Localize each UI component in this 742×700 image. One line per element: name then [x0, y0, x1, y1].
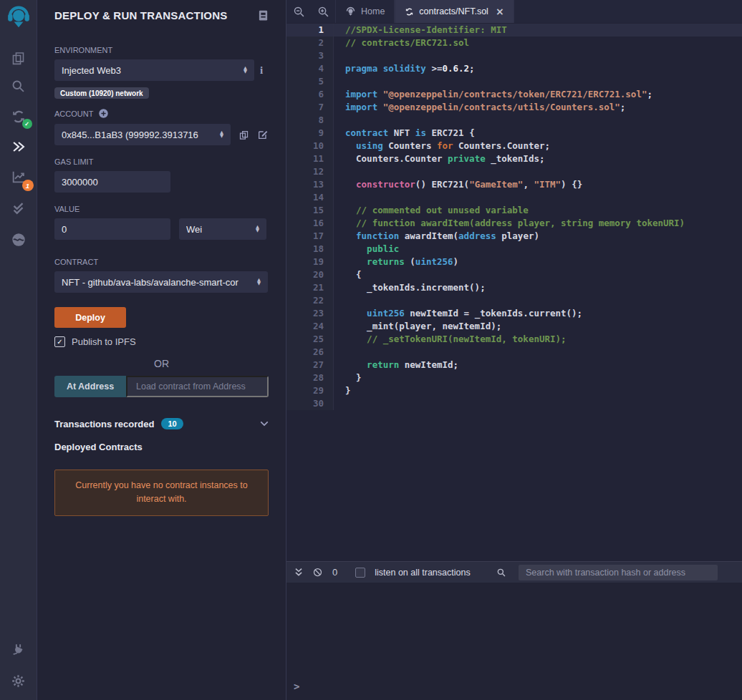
or-divider: OR — [54, 358, 269, 369]
gas-limit-label: GAS LIMIT — [54, 157, 269, 166]
code-line: 1//SPDX-License-Identifier: MIT — [286, 24, 742, 37]
network-badge: Custom (10920) network — [54, 87, 149, 99]
compiler-success-badge: ✓ — [22, 119, 32, 129]
terminal-prompt: > — [294, 681, 299, 692]
code-line: 13 constructor() ERC721("GameItem", "ITM… — [286, 178, 742, 191]
solidity-file-icon — [405, 7, 414, 16]
terminal-search-icon — [496, 568, 506, 578]
listen-transactions-label: listen on all transactions — [375, 568, 470, 578]
transactions-recorded-label: Transactions recorded — [54, 419, 154, 429]
value-unit-select[interactable]: Wei ▲▼ — [179, 218, 266, 240]
zoom-in-icon[interactable] — [311, 0, 335, 23]
environment-label: ENVIRONMENT — [54, 46, 269, 54]
code-line: 17 function awardItem(address player) — [286, 230, 742, 243]
remix-logo-icon — [6, 4, 32, 30]
code-line: 10 using Counters for Counters.Counter; — [286, 140, 742, 152]
gas-limit-input[interactable] — [54, 171, 170, 193]
code-line: 29} — [286, 384, 742, 397]
tab-home[interactable]: Home — [335, 0, 395, 23]
environment-select[interactable]: Injected Web3 ▲▼ — [54, 59, 254, 81]
deploy-button[interactable]: Deploy — [54, 307, 126, 328]
publish-ipfs-label: Publish to IPFS — [72, 336, 136, 347]
code-line: 2// contracts/ERC721.sol — [286, 37, 742, 49]
home-remix-icon — [345, 6, 356, 17]
no-instances-alert: Currently you have no contract instances… — [54, 470, 269, 516]
settings-gear-icon[interactable] — [9, 671, 28, 690]
code-line: 16 // function awardItem(address player,… — [286, 217, 742, 230]
contract-value: NFT - github/ava-labs/avalanche-smart-co… — [62, 277, 257, 288]
code-line: 12 — [286, 165, 742, 178]
icon-sidebar: ✓ 1 — [0, 0, 37, 700]
code-line: 8 — [286, 114, 742, 127]
contract-select[interactable]: NFT - github/ava-labs/avalanche-smart-co… — [54, 271, 268, 293]
zoom-out-icon[interactable] — [286, 0, 311, 23]
code-line: 27 return newItemId; — [286, 359, 742, 371]
analytics-icon[interactable]: 1 — [9, 167, 28, 186]
terminal-output[interactable]: > — [286, 583, 742, 700]
code-line: 4pragma solidity >=0.6.2; — [286, 62, 742, 75]
environment-info-icon[interactable]: i — [260, 64, 263, 77]
contract-label: CONTRACT — [54, 258, 269, 266]
plugin-manager-icon[interactable] — [9, 641, 28, 659]
code-line: 30 — [286, 397, 742, 410]
code-line: 7import "@openzeppelin/contracts/utils/C… — [286, 101, 742, 114]
code-line: 21 _tokenIds.increment(); — [286, 281, 742, 294]
tab-label: Home — [361, 6, 385, 16]
file-explorer-icon[interactable] — [9, 49, 28, 67]
code-line: 28 } — [286, 371, 742, 384]
copy-account-icon[interactable] — [238, 130, 249, 140]
terminal-toolbar: 0 listen on all transactions — [286, 561, 742, 583]
environment-value: Injected Web3 — [62, 65, 239, 76]
code-line: 18 public — [286, 243, 742, 256]
code-line: 14 — [286, 191, 742, 204]
deploy-and-run-icon[interactable] — [9, 137, 28, 156]
panel-title: DEPLOY & RUN TRANSACTIONS — [54, 9, 227, 21]
terminal-search-input[interactable] — [519, 565, 718, 580]
remix-ide-window: ✓ 1 — [0, 0, 742, 700]
editor-tabbar: Home contracts/NFT.sol × — [286, 0, 742, 23]
chevron-down-icon[interactable] — [260, 421, 269, 427]
static-analysis-icon[interactable] — [9, 199, 28, 218]
code-line: 20 { — [286, 268, 742, 281]
value-input[interactable] — [54, 218, 170, 240]
add-account-icon[interactable] — [98, 108, 109, 119]
close-tab-icon[interactable]: × — [496, 6, 504, 17]
at-address-input[interactable] — [126, 376, 269, 397]
code-line: 19 returns (uint256) — [286, 256, 742, 268]
clear-console-icon[interactable] — [312, 567, 323, 578]
code-line: 6import "@openzeppelin/contracts/token/E… — [286, 88, 742, 101]
code-line: 5 — [286, 75, 742, 88]
analytics-count-badge: 1 — [22, 180, 34, 191]
debugger-icon[interactable] — [9, 230, 28, 249]
tab-nft-sol[interactable]: contracts/NFT.sol × — [395, 0, 514, 23]
code-line: 22 — [286, 294, 742, 307]
code-line: 23 uint256 newItemId = _tokenIds.current… — [286, 307, 742, 320]
solidity-compiler-icon[interactable]: ✓ — [9, 107, 28, 126]
tab-label: contracts/NFT.sol — [419, 6, 488, 16]
code-line: 25 // _setTokenURI(newItemId, tokenURI); — [286, 333, 742, 346]
code-line: 15 // commented out unused variable — [286, 204, 742, 217]
code-editor[interactable]: 1//SPDX-License-Identifier: MIT2// contr… — [286, 23, 742, 561]
account-select[interactable]: 0x845...B1aB3 (999992.3913716 ▲▼ — [54, 124, 231, 145]
code-line: 26 — [286, 346, 742, 359]
account-label: ACCOUNT — [54, 108, 269, 119]
transactions-count-badge: 10 — [161, 418, 183, 429]
code-line: 9contract NFT is ERC721 { — [286, 127, 742, 140]
terminal-collapse-icon[interactable] — [294, 568, 303, 577]
code-lines: 1//SPDX-License-Identifier: MIT2// contr… — [286, 24, 742, 410]
code-line: 24 _mint(player, newItemId); — [286, 320, 742, 333]
value-unit: Wei — [186, 224, 251, 235]
select-arrows-icon: ▲▼ — [220, 131, 223, 139]
deploy-run-panel: DEPLOY & RUN TRANSACTIONS ENVIRONMENT In… — [37, 0, 286, 700]
transactions-recorded-toggle[interactable]: Transactions recorded 10 — [54, 418, 269, 429]
edit-account-icon[interactable] — [257, 129, 269, 140]
at-address-button[interactable]: At Address — [54, 376, 126, 397]
main-area: Home contracts/NFT.sol × 1//SPDX-License… — [286, 0, 742, 700]
value-label: VALUE — [54, 205, 269, 213]
documentation-book-icon[interactable] — [258, 9, 269, 21]
publish-ipfs-checkbox[interactable]: ✓ — [54, 336, 65, 347]
account-value: 0x845...B1aB3 (999992.3913716 — [62, 130, 216, 140]
search-icon[interactable] — [9, 77, 28, 95]
listen-transactions-checkbox[interactable] — [355, 568, 365, 578]
code-line: 11 Counters.Counter private _tokenIds; — [286, 152, 742, 165]
